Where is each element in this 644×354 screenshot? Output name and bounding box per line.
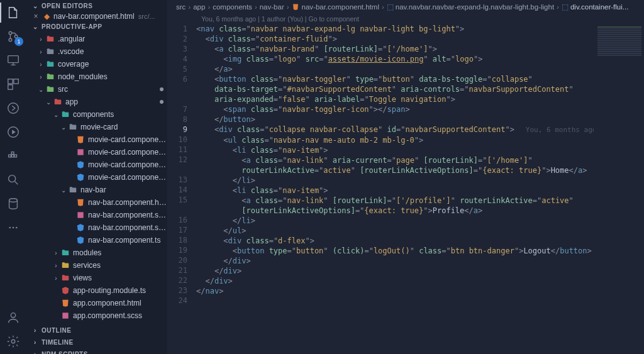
section-open-editors[interactable]: ⌄ OPEN EDITORS <box>26 0 167 12</box>
chevron-right-icon: › <box>31 351 39 354</box>
scss-icon <box>60 311 70 321</box>
item-label: node_modules <box>58 72 108 81</box>
breadcrumb-item[interactable]: nav-bar.component.html <box>292 3 379 11</box>
folder-item[interactable]: ›.angular <box>26 33 167 45</box>
folder-item[interactable]: ⌄app <box>26 96 167 108</box>
html-file-icon <box>292 3 300 11</box>
section-npm[interactable]: › NPM SCRIPTS <box>26 348 167 354</box>
editor[interactable]: 123456 789101112 131415 1617181920212223… <box>167 24 644 354</box>
item-label: views <box>73 274 92 282</box>
file-item[interactable]: app.component.scss <box>26 309 167 322</box>
folder-item[interactable]: ›node_modules <box>26 70 167 83</box>
breadcrumb-item[interactable]: components <box>213 3 252 11</box>
section-project[interactable]: ⌄ PRODUCTIVE-APP <box>26 21 167 33</box>
folder-item[interactable]: ⌄nav-bar <box>26 184 167 196</box>
minimap[interactable] <box>594 24 644 354</box>
chevron-right-icon: › <box>52 250 60 257</box>
svg-rect-5 <box>14 79 18 84</box>
codelens[interactable]: You, 6 months ago | 1 author (You) | Go … <box>167 14 644 24</box>
chevron-down-icon: ⌄ <box>52 111 60 118</box>
activity-debug-icon[interactable] <box>6 124 21 140</box>
folder-item[interactable]: ›coverage <box>26 58 167 70</box>
folder-item[interactable]: ⌄movie-card <box>26 121 167 133</box>
svg-point-14 <box>9 175 16 182</box>
close-icon[interactable]: × <box>31 12 40 21</box>
section-timeline[interactable]: › TIMELINE <box>26 336 167 348</box>
chevron-down-icon: ⌄ <box>31 3 39 9</box>
folder-item[interactable]: ⌄components <box>26 108 167 121</box>
file-item[interactable]: nav-bar.component.scss <box>26 209 167 221</box>
breadcrumb-item[interactable]: ⬚div.container-flui... <box>562 3 628 11</box>
scss-icon <box>75 147 86 157</box>
folder-red-icon <box>45 34 55 44</box>
chevron-down-icon: ⌄ <box>59 187 68 194</box>
section-label: NPM SCRIPTS <box>42 351 88 354</box>
open-editor-filename: nav-bar.component.html <box>53 12 135 21</box>
section-label: PRODUCTIVE-APP <box>42 23 102 30</box>
svg-rect-13 <box>11 152 14 155</box>
folder-item[interactable]: ⌄src <box>26 83 167 96</box>
file-item[interactable]: nav-bar.component.spec... <box>26 221 167 234</box>
svg-point-15 <box>9 199 18 202</box>
activity-scm-icon[interactable]: 1 <box>6 29 21 44</box>
breadcrumb-item[interactable]: app <box>193 3 205 11</box>
file-item[interactable]: app.component.html <box>26 297 167 309</box>
folder-green-icon <box>45 72 55 82</box>
file-item[interactable]: nav-bar.component.html <box>26 196 167 209</box>
activity-search-icon[interactable] <box>6 172 21 187</box>
ts-icon <box>75 235 86 245</box>
item-label: app-routing.module.ts <box>73 286 146 295</box>
open-editor-item[interactable]: × ◆ nav-bar.component.html src/... <box>26 12 167 21</box>
breadcrumb[interactable]: src›app›components›nav-bar›nav-bar.compo… <box>167 0 644 14</box>
item-label: nav-bar.component.html <box>88 198 167 207</box>
modified-dot-icon <box>160 87 164 91</box>
file-tree: ›.angular›.vscode›coverage›node_modules⌄… <box>26 33 167 324</box>
folder-red-icon <box>53 97 63 107</box>
chevron-right-icon: › <box>208 3 210 11</box>
svg-point-16 <box>9 227 11 229</box>
activity-extensions-icon[interactable] <box>6 77 21 92</box>
html-icon <box>75 197 86 207</box>
activity-db-icon[interactable] <box>6 196 21 211</box>
svg-rect-10 <box>9 155 11 157</box>
folder-icon <box>68 185 78 195</box>
code-area[interactable]: <nav class="navbar navbar-expand-lg navb… <box>196 24 594 354</box>
section-outline[interactable]: › OUTLINE <box>26 324 167 336</box>
html-icon <box>75 135 86 145</box>
modified-dot-icon <box>160 100 164 104</box>
activity-actions-icon[interactable] <box>6 101 21 116</box>
activity-remote-icon[interactable] <box>6 53 21 68</box>
breadcrumb-item[interactable]: nav-bar <box>260 3 284 11</box>
chevron-down-icon: ⌄ <box>59 124 68 131</box>
file-item[interactable]: nav-bar.component.ts <box>26 234 167 246</box>
folder-teal-icon <box>45 59 55 69</box>
item-label: movie-card.component.h... <box>88 135 167 144</box>
activity-docker-icon[interactable] <box>6 148 21 163</box>
activity-account-icon[interactable] <box>6 310 21 325</box>
chevron-right-icon: › <box>31 327 39 334</box>
item-label: movie-card <box>80 123 118 131</box>
folder-item[interactable]: ›.vscode <box>26 45 167 58</box>
file-item[interactable]: movie-card.component.s... <box>26 158 167 171</box>
item-label: src <box>58 85 68 94</box>
activity-explorer-icon[interactable] <box>6 5 21 20</box>
item-label: app <box>65 97 78 106</box>
folder-item[interactable]: ›views <box>26 272 167 284</box>
folder-icon <box>45 47 55 57</box>
folder-item[interactable]: ›services <box>26 259 167 272</box>
file-item[interactable]: app-routing.module.ts <box>26 284 167 297</box>
item-label: services <box>73 261 101 270</box>
file-item[interactable]: movie-card.component.ts <box>26 171 167 184</box>
activity-settings-icon[interactable] <box>6 334 21 349</box>
breadcrumb-item[interactable]: ⬚nav.navbar.navbar-expand-lg.navbar-ligh… <box>387 3 554 11</box>
line-gutter: 123456 789101112 131415 1617181920212223… <box>167 24 196 354</box>
file-item[interactable]: movie-card.component.s... <box>26 146 167 158</box>
activity-bar: 1 <box>0 0 26 354</box>
folder-item[interactable]: ›modules <box>26 246 167 259</box>
svg-point-1 <box>9 38 12 41</box>
activity-more-icon[interactable] <box>6 220 21 235</box>
chevron-right-icon: › <box>36 61 45 68</box>
breadcrumb-item[interactable]: src <box>176 3 186 11</box>
item-label: app.component.html <box>73 299 142 307</box>
file-item[interactable]: movie-card.component.h... <box>26 133 167 146</box>
